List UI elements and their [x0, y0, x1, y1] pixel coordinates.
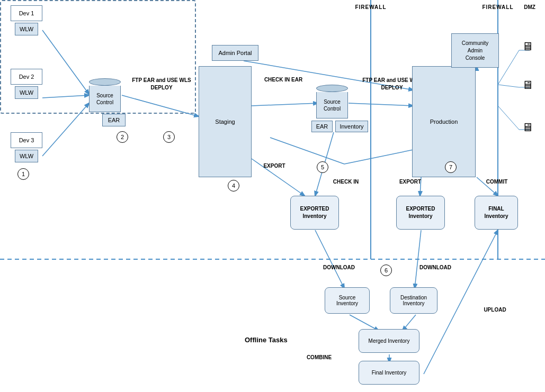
svg-line-26 [498, 50, 519, 85]
dev3-label: Dev 3 [19, 137, 34, 143]
community-label: CommunityAdminConsole [462, 40, 489, 62]
wlw1-box: WLW [15, 23, 38, 35]
source-inv-box: SourceInventory [325, 287, 370, 314]
wlw2-box: WLW [15, 86, 38, 99]
svg-line-28 [498, 106, 519, 130]
dmz-label: DMZ [519, 4, 540, 10]
admin-portal-box: Admin Portal [212, 45, 258, 61]
commit-label: COMMIT [481, 179, 513, 185]
export1-label: EXPORT [258, 163, 290, 169]
firewall1-label: FIREWALL [350, 4, 392, 10]
step3-circle: 3 [163, 131, 175, 143]
production-label: Production [430, 118, 458, 125]
upload-label: UPLOAD [480, 307, 510, 313]
wlw2-label: WLW [20, 89, 33, 96]
diagram: Dev 1 WLW Dev 2 WLW Dev 3 WLW 1 SourceCo… [0, 0, 545, 392]
dev3-box: Dev 3 [11, 132, 42, 148]
community-box: CommunityAdminConsole [451, 33, 499, 68]
combine-label: COMBINE [302, 354, 336, 360]
exported-inv2-box: EXPORTEDInventory [396, 196, 445, 230]
production-box: Production [412, 66, 476, 177]
computer-1: 🖥 [522, 40, 541, 56]
final-inv-bottom-box: Final Inventory [359, 361, 419, 385]
svg-line-8 [349, 103, 413, 106]
computer-2: 🖥 [522, 78, 541, 94]
dev1-box: Dev 1 [11, 5, 42, 21]
dev1-label: Dev 1 [19, 10, 34, 16]
source-control-1: SourceControl [89, 78, 121, 112]
merged-inv-box: Merged Inventory [359, 329, 419, 353]
wlw1-label: WLW [20, 26, 33, 32]
inventory-sc-box: Inventory [335, 121, 368, 132]
admin-portal-label: Admin Portal [219, 50, 252, 56]
download2-label: DOWNLOAD [412, 265, 459, 270]
check-in-label: CHECK IN [327, 179, 364, 185]
wlw3-label: WLW [20, 153, 33, 159]
download1-label: DOWNLOAD [318, 265, 360, 270]
svg-line-17 [415, 230, 421, 288]
step6-circle: 6 [380, 265, 392, 276]
dest-inv-box: DestinationInventory [390, 287, 437, 314]
step7-circle: 7 [445, 161, 457, 173]
svg-line-19 [403, 315, 416, 331]
ear2-box: EAR [311, 121, 333, 132]
ear1-box: EAR [102, 114, 126, 126]
source-control-2: SourceControl [316, 85, 348, 118]
svg-line-12 [344, 148, 421, 164]
computer-3: 🖥 [522, 121, 541, 136]
step1-circle: 1 [17, 168, 29, 180]
step4-circle: 4 [228, 180, 239, 192]
svg-line-18 [350, 315, 379, 331]
inventory-sc-label: Inventory [339, 123, 363, 130]
staging-box: Staging [199, 66, 252, 177]
check-in-ear-label: CHECK IN EAR [257, 77, 310, 83]
final-inv-top-box: FINALInventory [475, 196, 518, 230]
wlw3-box: WLW [15, 150, 38, 162]
offline-tasks-label: Offline Tasks [245, 336, 288, 344]
step2-circle: 2 [117, 131, 128, 143]
exported-inv1-box: EXPORTEDInventory [290, 196, 339, 230]
svg-line-11 [270, 138, 344, 164]
staging-label: Staging [215, 118, 235, 125]
svg-line-16 [315, 230, 344, 288]
svg-line-7 [252, 103, 318, 106]
dev2-box: Dev 2 [11, 69, 42, 85]
svg-line-27 [498, 85, 519, 87]
ftp-label-1: FTP EAR and USE WLS DEPLOY [130, 77, 193, 92]
export2-label: EXPORT [393, 179, 427, 185]
dev2-label: Dev 2 [19, 74, 34, 80]
step5-circle: 5 [317, 161, 328, 173]
firewall2-label: FIREWALL [477, 4, 519, 10]
